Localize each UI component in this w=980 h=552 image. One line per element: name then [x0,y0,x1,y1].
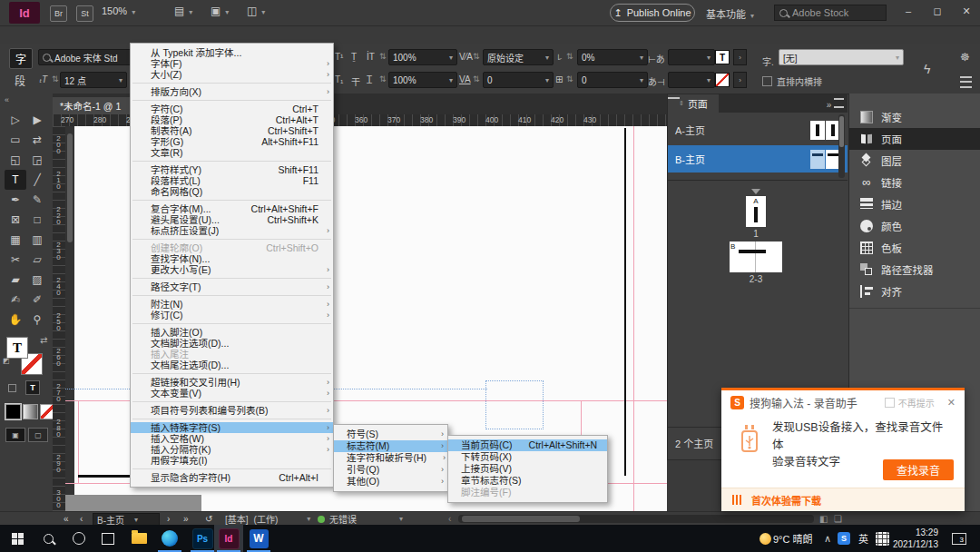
close-icon[interactable]: ✕ [947,397,956,409]
restore-button[interactable]: ◻ [926,2,949,20]
fill-swatch[interactable]: T [6,337,28,359]
view-split-icon[interactable]: ◧ [819,513,828,525]
horizontal-grid-tool[interactable]: ▦ [5,230,26,250]
dock-item-align[interactable]: 对齐 [849,281,980,302]
vertical-grid-tool[interactable]: ▥ [26,230,48,250]
type-menu-item[interactable]: 插入空格(W)› [131,433,333,444]
dock-item-links[interactable]: 链接 [849,172,980,193]
do-not-remind-checkbox[interactable]: 不再提示 [885,396,935,409]
horizontal-scale-stepper[interactable]: ⇅ [379,74,387,84]
submenu-item[interactable]: 符号(S)› [334,429,447,440]
start-button[interactable] [2,525,33,552]
action-center-button[interactable]: 3 [944,525,975,552]
tatechuyoko-checkbox[interactable] [762,76,772,86]
preflight-status[interactable]: 无错误▾ [318,513,403,525]
scrollbar-thumb[interactable] [67,133,73,242]
type-menu-item[interactable]: 插入尾注› [131,349,333,360]
scrollbar-thumb[interactable] [462,516,580,522]
type-menu-item[interactable]: 段落(P)Ctrl+Alt+T› [131,114,333,125]
find-recording-button[interactable]: 查找录音 [883,459,954,480]
content-placer-tool[interactable]: ◲ [26,150,48,170]
formatting-affects-text-button[interactable]: T [25,380,40,395]
gradient-feather-tool[interactable]: ▨ [26,270,48,290]
hand-tool[interactable]: ✋ [5,310,26,330]
type-menu-item[interactable]: 修订(C)› [131,310,333,320]
zoom-level-dropdown[interactable]: 150%▾ [102,5,135,16]
submenu-item[interactable]: 引号(Q)› [334,464,447,476]
tracking-stepper[interactable]: ⇅ [473,74,480,84]
weather-label[interactable]: 9°C 晴朗 [773,525,813,552]
selection-tool[interactable]: ▷ [5,110,26,130]
type-menu-item[interactable]: › [132,239,331,240]
master-row-a[interactable]: A-主页 [668,116,848,143]
dock-item-color[interactable]: 颜色 [849,215,980,237]
kern-pct-stepper[interactable]: ⇅ [566,52,573,61]
page-1-thumbnail[interactable]: A [746,196,766,227]
indesign-button[interactable]: Id [213,525,244,552]
submenu-item[interactable]: 标志符(M)› [334,440,447,452]
panel-menu-icon[interactable] [960,76,972,88]
type-menu-item[interactable]: 命名网格(Q)› [131,186,333,197]
scroll-left-icon[interactable]: ‹ [448,513,451,525]
preflight-menu-icon[interactable]: ↺ [205,513,212,525]
type-tool[interactable]: T [5,170,26,190]
pages-panel-scrollbar[interactable] [838,114,845,178]
submenu-item[interactable]: 连字符和破折号(H)› [334,452,447,464]
close-button[interactable]: ✕ [955,2,978,20]
type-menu-item[interactable]: 字符(C)Ctrl+T› [131,104,333,114]
preview-mode-button[interactable]: ▢ [28,428,48,442]
submenu-item[interactable]: 脚注编号(F)› [448,487,607,498]
note-tool[interactable]: ✍ [5,290,26,310]
type-menu-item[interactable]: 插入分隔符(K)› [131,444,333,455]
screen-mode-icon[interactable]: ▣▾ [211,5,229,17]
scissors-tool[interactable]: ✂ [5,250,26,270]
vertical-scale-stepper[interactable]: ⇅ [379,52,387,61]
ime-mode-button[interactable] [871,525,893,552]
line-tool[interactable]: ╱ [26,170,48,190]
submenu-item[interactable]: 当前页码(C)Ctrl+Alt+Shift+N› [448,439,607,451]
type-menu-item[interactable]: › [132,323,331,324]
type-menu-item[interactable]: 制表符(A)Ctrl+Shift+T› [131,125,333,136]
first-page-button[interactable]: « [64,513,69,525]
character-style-field[interactable]: [无]▾ [779,49,904,65]
frame-tool[interactable]: ⊠ [5,210,26,230]
type-menu-item[interactable]: 字符样式(Y)Shift+F11› [131,164,333,175]
normal-view-button[interactable]: ▣ [5,428,25,442]
view-window-icon[interactable]: ❏ [834,513,842,525]
type-menu-item[interactable]: 从 Typekit 添加字体...› [131,47,333,58]
type-menu-item[interactable]: › [132,373,331,374]
swap-fill-stroke-icon[interactable]: ⇄ [40,335,47,345]
gradient-tool[interactable]: ▰ [5,270,26,290]
dock-item-layers[interactable]: 图层 [849,150,980,172]
type-menu-item[interactable]: › [132,295,331,296]
task-view-button[interactable] [93,525,123,552]
type-menu-item[interactable]: 文章(R)› [131,147,333,158]
underline-icon[interactable]: Ṯ [351,52,357,62]
tracking-field[interactable]: 0▾ [483,72,554,88]
font-size-stepper[interactable]: ⇅ [52,74,59,84]
strikethrough-icon[interactable]: 干 [351,74,360,88]
kerning-field[interactable]: 原始设定▾ [483,49,554,65]
aki-field[interactable]: 0▾ [577,72,648,88]
subscript-icon[interactable]: T₁ [335,74,343,84]
language-indicator[interactable]: 英 [858,525,868,552]
publish-online-button[interactable]: ↥Publish Online [610,4,695,22]
type-menu-item[interactable]: › [132,83,331,84]
gear-icon[interactable]: ☸ [960,51,970,64]
minimize-button[interactable]: – [897,2,920,20]
free-transform-tool[interactable]: ▱ [26,250,48,270]
cortana-button[interactable] [64,525,94,552]
paragraph-formatting-tab[interactable]: 段 [9,71,31,90]
view-options-icon[interactable]: ▤▾ [174,5,192,17]
type-menu-item[interactable]: 更改大小写(E)› [131,264,333,275]
type-menu-item[interactable]: 文档尾注选项(D)...› [131,360,333,370]
type-menu-item[interactable]: 避头尾设置(U)...Ctrl+Shift+K› [131,214,333,225]
tray-expand-icon[interactable]: ∧ [824,525,831,552]
bridge-button[interactable]: Br [50,5,67,22]
spread-2-3-thumbnail[interactable]: B [730,242,782,272]
dock-item-pages[interactable]: 页面 [849,128,980,150]
character-formatting-tab[interactable]: 字 [9,48,33,69]
type-menu-item[interactable]: 查找字体(N)...› [131,253,333,264]
fill-options-button[interactable]: › [733,49,747,65]
adobe-stock-search[interactable]: Adobe Stock [774,5,887,21]
